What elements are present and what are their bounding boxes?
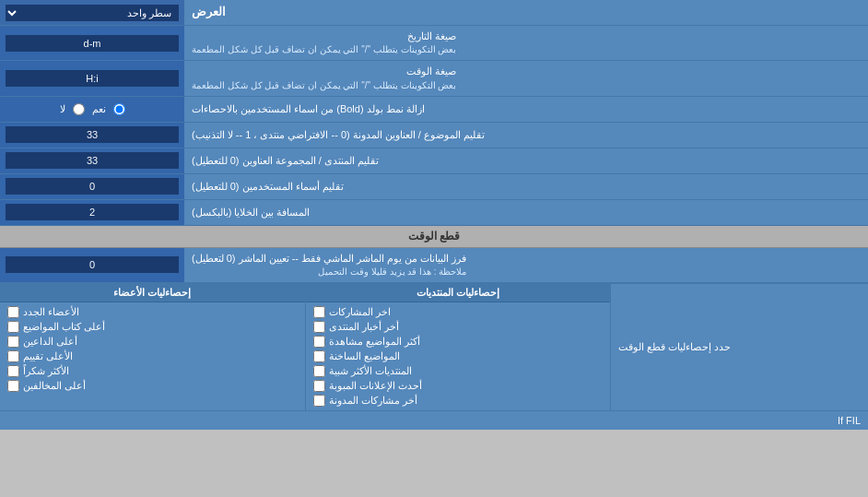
users-names-control [0, 174, 184, 199]
cb-top-writers[interactable] [7, 321, 19, 333]
bold-remove-row: ازالة نمط بولد (Bold) من اسماء المستخدمي… [0, 97, 868, 123]
time-format-label: صيغة الوقت بعض التكوينات يتطلب "/" التي … [184, 61, 868, 95]
title-order-control [0, 123, 184, 148]
bottom-note-text: If FIL [838, 415, 861, 426]
bold-remove-control: نعم لا [0, 97, 184, 122]
list-item: أخر أخبار المنتدى [313, 321, 604, 333]
main-container: العرض سطر واحد سطرين ثلاثة أسطر صيغة الت… [0, 0, 868, 430]
list-item: أحدث الإعلانات المبوبة [313, 380, 604, 392]
users-names-label: تقليم أسماء المستخدمين (0 للتعطيل) [184, 174, 868, 199]
list-item: اخر المشاركات [313, 306, 604, 318]
time-format-input[interactable] [6, 70, 179, 87]
cb-forum-news[interactable] [313, 321, 325, 333]
cb-top-rated[interactable] [7, 350, 19, 362]
title-order-row: تقليم الموضوع / العناوين المدونة (0 -- ا… [0, 123, 868, 148]
realtime-section-header: قطع الوقت [0, 226, 868, 248]
time-format-row: صيغة الوقت بعض التكوينات يتطلب "/" التي … [0, 61, 868, 96]
space-cells-input[interactable] [6, 204, 179, 220]
list-item: أعلى كتاب المواضيع [7, 321, 298, 333]
date-format-control [0, 26, 184, 60]
forum-group-row: تقليم المنتدى / المجموعة العناوين (0 للت… [0, 148, 868, 174]
space-cells-row: المسافة بين الخلايا (بالبكسل) [0, 200, 868, 226]
cb-new-members[interactable] [7, 306, 19, 318]
title-order-label: تقليم الموضوع / العناوين المدونة (0 -- ا… [184, 123, 868, 148]
cb-popular-forums[interactable] [313, 365, 325, 377]
list-item: الأعلى تقييم [7, 350, 298, 362]
realtime-control [0, 248, 184, 282]
bold-no-radio[interactable] [73, 103, 85, 115]
col1-header: إحصاءليات الأعضاء [0, 284, 305, 302]
bold-yes-radio[interactable] [113, 103, 125, 115]
bold-radio-group: نعم لا [60, 103, 125, 115]
users-names-row: تقليم أسماء المستخدمين (0 للتعطيل) [0, 174, 868, 200]
space-cells-label: المسافة بين الخلايا (بالبكسل) [184, 200, 868, 225]
list-item: أخر مشاركات المدونة [313, 395, 604, 407]
forum-group-control [0, 148, 184, 173]
checkboxes-col1: إحصاءليات الأعضاء الأعضاء الجدد أعلى كتا… [0, 284, 306, 410]
bottom-note-row: If FIL [0, 410, 868, 430]
forum-group-input[interactable] [6, 152, 179, 169]
time-format-control [0, 61, 184, 95]
col1-items: الأعضاء الجدد أعلى كتاب المواضيع أعلى ال… [0, 302, 305, 396]
users-names-input[interactable] [6, 178, 179, 195]
col2-header: إحصاءليات المنتديات [306, 284, 611, 302]
date-format-row: صيغة التاريخ بعض التكوينات يتطلب "/" الت… [0, 26, 868, 61]
cb-top-inviters[interactable] [7, 336, 19, 348]
list-item: الأكثر شكراً [7, 365, 298, 377]
space-cells-control [0, 200, 184, 225]
page-title: العرض [184, 0, 868, 25]
realtime-input[interactable] [6, 256, 179, 273]
cb-hot-topics[interactable] [313, 350, 325, 362]
title-order-input[interactable] [6, 126, 179, 143]
cb-last-posts[interactable] [313, 306, 325, 318]
date-format-label: صيغة التاريخ بعض التكوينات يتطلب "/" الت… [184, 26, 868, 60]
list-item: المنتديات الأكثر شبية [313, 365, 604, 377]
cb-most-viewed[interactable] [313, 336, 325, 348]
checkboxes-section: حدد إحصاءليات قطع الوقت إحصاءليات المنتد… [0, 283, 868, 410]
col2-items: اخر المشاركات أخر أخبار المنتدى أكثر الم… [306, 302, 611, 410]
date-format-input[interactable] [6, 35, 179, 52]
realtime-label: فرز البيانات من يوم الماشر الماشي فقط --… [184, 248, 868, 282]
limit-label: حدد إحصاءليات قطع الوقت [610, 284, 868, 410]
title-row: العرض سطر واحد سطرين ثلاثة أسطر [0, 0, 868, 26]
checkboxes-col2: إحصاءليات المنتديات اخر المشاركات أخر أخ… [306, 284, 611, 410]
cb-most-thanked[interactable] [7, 365, 19, 377]
realtime-section-title: قطع الوقت [408, 230, 460, 243]
cb-top-violators[interactable] [7, 380, 19, 392]
bold-remove-label: ازالة نمط بولد (Bold) من اسماء المستخدمي… [184, 97, 868, 122]
list-item: أعلى المخالفين [7, 380, 298, 392]
list-item: الأعضاء الجدد [7, 306, 298, 318]
forum-group-label: تقليم المنتدى / المجموعة العناوين (0 للت… [184, 148, 868, 173]
list-item: المواضيع الساخنة [313, 350, 604, 362]
cb-latest-ads[interactable] [313, 380, 325, 392]
single-line-select[interactable]: سطر واحد سطرين ثلاثة أسطر [6, 5, 179, 21]
realtime-row: فرز البيانات من يوم الماشر الماشي فقط --… [0, 248, 868, 283]
list-item: أعلى الداعين [7, 336, 298, 348]
cb-blog-posts[interactable] [313, 395, 325, 407]
list-item: أكثر المواضيع مشاهدة [313, 336, 604, 348]
